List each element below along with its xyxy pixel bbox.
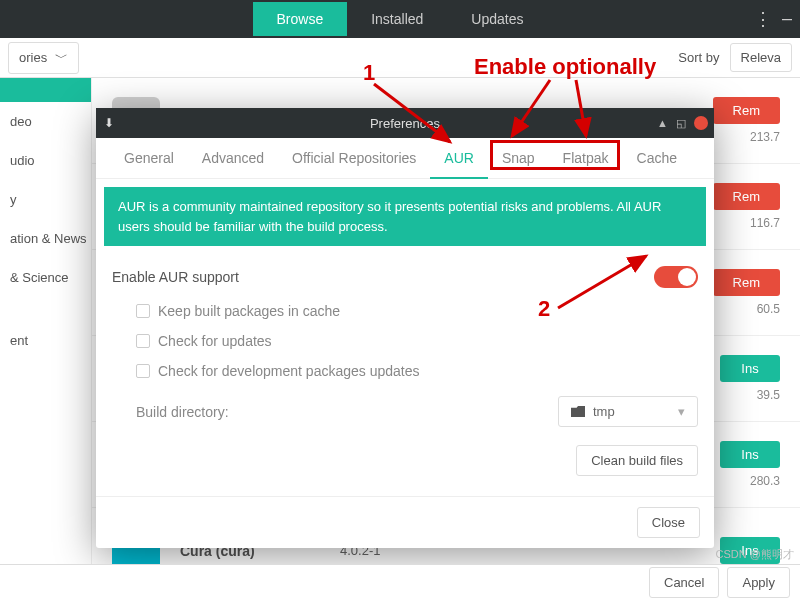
- check-dev-checkbox[interactable]: [136, 364, 150, 378]
- remove-button[interactable]: Rem: [713, 183, 780, 210]
- svg-line-1: [512, 80, 550, 136]
- keep-packages-label: Keep built packages in cache: [158, 303, 340, 319]
- package-size: 60.5: [757, 302, 780, 316]
- keep-packages-checkbox[interactable]: [136, 304, 150, 318]
- sidebar-item[interactable]: [0, 78, 91, 102]
- watermark: CSDN @熊明才: [716, 547, 794, 562]
- install-button[interactable]: Ins: [720, 441, 780, 468]
- remove-button[interactable]: Rem: [713, 269, 780, 296]
- sidebar-item[interactable]: deo: [0, 102, 91, 141]
- cancel-button[interactable]: Cancel: [649, 567, 719, 598]
- svg-line-2: [576, 80, 586, 136]
- svg-line-0: [374, 84, 450, 142]
- sort-dropdown[interactable]: Releva: [730, 43, 792, 72]
- bottom-bar: Cancel Apply: [0, 564, 800, 600]
- check-updates-label: Check for updates: [158, 333, 272, 349]
- window-up-icon[interactable]: ▲: [657, 117, 668, 129]
- sidebar-item[interactable]: y: [0, 180, 91, 219]
- tab-general[interactable]: General: [110, 138, 188, 178]
- build-dir-select[interactable]: tmp ▾: [558, 396, 698, 427]
- tab-advanced[interactable]: Advanced: [188, 138, 278, 178]
- aur-warning-banner: AUR is a community maintained repository…: [104, 187, 706, 246]
- apply-button[interactable]: Apply: [727, 567, 790, 598]
- package-size: 280.3: [750, 474, 780, 488]
- annotation-arrow-2: [554, 250, 674, 320]
- package-size: 39.5: [757, 388, 780, 402]
- window-close-icon[interactable]: [694, 116, 708, 130]
- check-dev-label: Check for development packages updates: [158, 363, 420, 379]
- build-dir-label: Build directory:: [136, 404, 229, 420]
- filter-bar: ories ﹀ Sort by Releva: [0, 38, 800, 78]
- tab-installed[interactable]: Installed: [347, 2, 447, 36]
- sidebar-item[interactable]: & Science: [0, 258, 91, 297]
- remove-button[interactable]: Rem: [713, 97, 780, 124]
- svg-line-3: [558, 256, 646, 308]
- annotation-arrow-1: [370, 80, 470, 160]
- sidebar-item[interactable]: ation & News: [0, 219, 91, 258]
- minimize-icon[interactable]: –: [782, 8, 792, 30]
- categories-dropdown[interactable]: ories ﹀: [8, 42, 79, 74]
- chevron-down-icon: ▾: [678, 404, 685, 419]
- chevron-down-icon: ﹀: [55, 49, 68, 67]
- check-updates-checkbox[interactable]: [136, 334, 150, 348]
- install-button[interactable]: Ins: [720, 355, 780, 382]
- sort-by-label: Sort by: [678, 50, 719, 65]
- download-icon: ⬇: [104, 116, 114, 130]
- preferences-dialog: ⬇ Preferences ▲ ◱ General Advanced Offic…: [96, 108, 714, 548]
- sidebar-item[interactable]: [0, 297, 91, 321]
- sidebar-item[interactable]: udio: [0, 141, 91, 180]
- package-size: 116.7: [750, 216, 780, 230]
- package-size: 213.7: [750, 130, 780, 144]
- annotation-arrow-opt2: [556, 76, 636, 146]
- menu-icon[interactable]: ⋮: [754, 8, 772, 30]
- sidebar: deo udio y ation & News & Science ent: [0, 78, 92, 600]
- tab-updates[interactable]: Updates: [447, 2, 547, 36]
- window-max-icon[interactable]: ◱: [676, 117, 686, 130]
- folder-icon: [571, 406, 585, 417]
- categories-label: ories: [19, 50, 47, 65]
- build-dir-value: tmp: [593, 404, 615, 419]
- top-toolbar: Browse Installed Updates ⋮ –: [0, 0, 800, 38]
- clean-build-button[interactable]: Clean build files: [576, 445, 698, 476]
- tab-browse[interactable]: Browse: [253, 2, 348, 36]
- close-button[interactable]: Close: [637, 507, 700, 538]
- sidebar-item[interactable]: ent: [0, 321, 91, 360]
